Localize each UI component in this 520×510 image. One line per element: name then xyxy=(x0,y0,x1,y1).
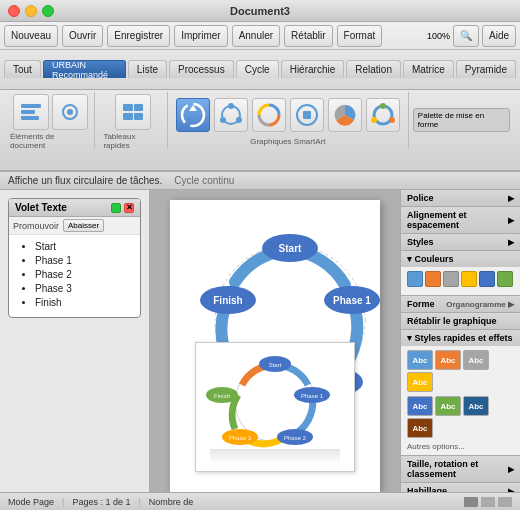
style-box-6[interactable]: Abc xyxy=(435,396,461,416)
svg-point-13 xyxy=(236,117,242,123)
minimize-button[interactable] xyxy=(25,5,37,17)
rpanel-habillage-label: Habillage xyxy=(407,486,447,492)
ribbon-smartart-cycle6[interactable] xyxy=(366,98,400,132)
page-area: Start Phase 1 Phase 2 Phase 3 Finish xyxy=(170,200,380,492)
ribbon-smartart-cycle4[interactable] xyxy=(290,98,324,132)
rpanel-taille-header[interactable]: Taille, rotation et classement ▶ xyxy=(401,456,520,482)
rpanel-alignement: Alignement et espacement ▶ xyxy=(401,207,520,234)
text-panel-close[interactable]: ✕ xyxy=(124,203,134,213)
rpanel-alignement-label: Alignement et espacement xyxy=(407,210,508,230)
svg-text:Phase 1: Phase 1 xyxy=(333,295,371,306)
swatch-yellow[interactable] xyxy=(461,271,477,287)
close-button[interactable] xyxy=(8,5,20,17)
ribbon-icon-tableaux1[interactable] xyxy=(115,94,151,130)
tab-matrice[interactable]: Matrice xyxy=(403,60,454,78)
ribbon-smartart-cycle3[interactable] xyxy=(252,98,286,132)
rpanel-taille-chevron: ▶ xyxy=(508,465,514,474)
canvas: Start Phase 1 Phase 2 Phase 3 Finish xyxy=(150,190,400,492)
swatch-green[interactable] xyxy=(497,271,513,287)
style-box-4[interactable]: Abc xyxy=(407,372,433,392)
text-panel-expand[interactable] xyxy=(111,203,121,213)
rpanel-retablir-header[interactable]: Rétablir le graphique xyxy=(401,313,520,329)
list-item-finish[interactable]: Finish xyxy=(35,297,128,308)
ribbon-group-elements: Éléments de document xyxy=(6,92,95,148)
imprimer-button[interactable]: Imprimer xyxy=(174,25,227,47)
list-item-start[interactable]: Start xyxy=(35,241,128,252)
rpanel-couleurs-header[interactable]: ▾ Couleurs xyxy=(401,251,520,267)
view-btn-1[interactable] xyxy=(464,497,478,507)
rpanel-police-header[interactable]: Police ▶ xyxy=(401,190,520,206)
rpanel-couleurs: ▾ Couleurs xyxy=(401,251,520,296)
tab-relation[interactable]: Relation xyxy=(346,60,401,78)
style-box-1[interactable]: Abc xyxy=(407,350,433,370)
tab-urbain[interactable]: URBAIN Recommandé xyxy=(43,60,126,78)
format-button[interactable]: Format xyxy=(337,25,383,47)
swatch-darkblue[interactable] xyxy=(479,271,495,287)
svg-rect-48 xyxy=(210,449,340,464)
tab-liste[interactable]: Liste xyxy=(128,60,167,78)
ribbon-icon-elements2[interactable] xyxy=(52,94,88,130)
pages-label: Pages : 1 de 1 xyxy=(72,497,130,507)
ribbon-smartart-cycle5[interactable] xyxy=(328,98,362,132)
ribbon-icon-elements1[interactable] xyxy=(13,94,49,130)
tab-cycle[interactable]: Cycle xyxy=(236,60,279,78)
nouveau-button[interactable]: Nouveau xyxy=(4,25,58,47)
rpanel-habillage-header[interactable]: Habillage ▶ xyxy=(401,483,520,492)
retablir-button[interactable]: Rétablir xyxy=(284,25,332,47)
text-panel-toolbar: Promouvoir Abaisser xyxy=(9,217,140,235)
style-boxes-row1: Abc Abc Abc Abc xyxy=(407,350,514,392)
style-box-8[interactable]: Abc xyxy=(407,418,433,438)
demote-button[interactable]: Abaisser xyxy=(63,219,104,232)
window-title: Document3 xyxy=(230,5,290,17)
swatch-gray[interactable] xyxy=(443,271,459,287)
palette-button[interactable]: Palette de mise en forme xyxy=(413,108,510,132)
svg-text:Start: Start xyxy=(269,362,282,368)
rpanel-styles-header[interactable]: Styles ▶ xyxy=(401,234,520,250)
view-btn-2[interactable] xyxy=(481,497,495,507)
ribbon-smartart-cycle2[interactable] xyxy=(214,98,248,132)
aide-button[interactable]: Aide xyxy=(482,25,516,47)
style-boxes-row2: Abc Abc Abc Abc xyxy=(407,396,514,438)
svg-point-14 xyxy=(220,117,226,123)
cycle-type: Cycle continu xyxy=(174,175,234,186)
svg-text:Phase 3: Phase 3 xyxy=(229,435,252,441)
style-box-5[interactable]: Abc xyxy=(407,396,433,416)
annuler-button[interactable]: Annuler xyxy=(232,25,280,47)
rpanel-stylesrapides-header[interactable]: ▾ Styles rapides et effets xyxy=(401,330,520,346)
ribbon-group-smartart-label: Graphiques SmartArt xyxy=(250,137,325,146)
style-box-2[interactable]: Abc xyxy=(435,350,461,370)
tab-hierarchie[interactable]: Hiérarchie xyxy=(281,60,345,78)
toolbar-row1: Nouveau Ouvrir Enregistrer Imprimer Annu… xyxy=(0,22,520,50)
window-controls xyxy=(8,5,54,17)
title-bar: Document3 xyxy=(0,0,520,22)
tab-processus[interactable]: Processus xyxy=(169,60,234,78)
rpanel-alignement-header[interactable]: Alignement et espacement ▶ xyxy=(401,207,520,233)
words-label: Nombre de xyxy=(149,497,194,507)
view-btn-3[interactable] xyxy=(498,497,512,507)
list-item-phase2[interactable]: Phase 2 xyxy=(35,269,128,280)
color-swatches-row xyxy=(407,271,514,287)
maximize-button[interactable] xyxy=(42,5,54,17)
list-item-phase1[interactable]: Phase 1 xyxy=(35,255,128,266)
list-item-phase3[interactable]: Phase 3 xyxy=(35,283,128,294)
rpanel-taille-label: Taille, rotation et classement xyxy=(407,459,508,479)
smartart-ribbon: Éléments de document Tableaux rapides xyxy=(0,90,520,172)
rpanel-forme-header[interactable]: Forme Organogramme ▶ xyxy=(401,296,520,312)
zoom-level: 100% xyxy=(427,31,450,41)
zoom-button[interactable]: 🔍 xyxy=(453,25,479,47)
enregistrer-button[interactable]: Enregistrer xyxy=(107,25,170,47)
autres-options[interactable]: Autres options... xyxy=(407,442,514,451)
ribbon-items-elements xyxy=(13,94,88,130)
ribbon-group-elements-label: Éléments de document xyxy=(10,132,90,150)
tab-pyramide[interactable]: Pyramide xyxy=(456,60,516,78)
style-box-3[interactable]: Abc xyxy=(463,350,489,370)
ribbon-smartart-cycle1[interactable] xyxy=(176,98,210,132)
swatch-orange[interactable] xyxy=(425,271,441,287)
ouvrir-button[interactable]: Ouvrir xyxy=(62,25,103,47)
right-panel: Police ▶ Alignement et espacement ▶ Styl… xyxy=(400,190,520,492)
tab-tout[interactable]: Tout xyxy=(4,60,41,78)
style-box-7[interactable]: Abc xyxy=(463,396,489,416)
promote-label: Promouvoir xyxy=(13,221,59,231)
swatch-blue[interactable] xyxy=(407,271,423,287)
svg-rect-7 xyxy=(123,113,133,120)
